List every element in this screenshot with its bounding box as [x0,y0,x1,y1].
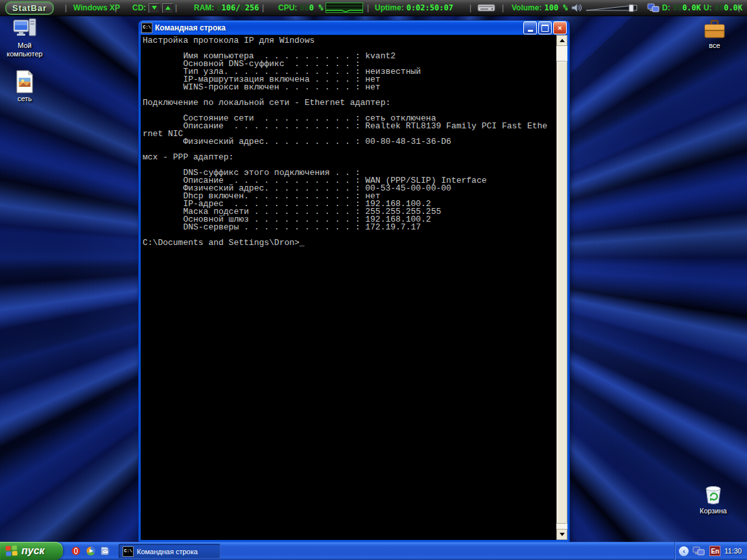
separator: | [367,0,369,16]
volume-slider[interactable] [585,3,642,12]
statbar-ram: RAM: 8106/8256 [194,0,259,16]
window-title: Командная строка [155,23,522,32]
cd-close-button[interactable] [162,3,173,13]
console-text[interactable]: Настройка протокола IP для Windows Имя к… [141,35,556,540]
briefcase-icon [703,19,726,40]
ram-value: 8106/8256 [217,3,259,12]
icon-label: Мой компьютер [3,41,47,58]
tray-network-icon[interactable] [693,546,706,557]
statbar-logo-text: StatBar [5,1,54,15]
uptime-value: 0:02:50:07 [407,3,453,12]
statbar-os: Windows XP [73,0,120,16]
start-label: пуск [21,545,45,557]
statbar-cd: CD: [132,0,173,16]
triangle-up-icon [165,6,171,10]
cd-open-button[interactable] [148,3,160,13]
separator: | [738,0,740,16]
arrow-up-icon [560,39,565,42]
windows-logo-icon [5,544,18,557]
close-button[interactable]: × [553,21,567,34]
recycle-bin-icon [702,484,725,506]
icon-label: все [693,41,737,50]
desktop: StatBar | Windows XP | CD: | RAM: 8106/8… [0,0,747,560]
restore-button[interactable] [538,21,552,34]
cpu-graph-icon [326,3,363,13]
statbar-volume: Volume: 100 % [512,0,642,16]
system-tray: ‹ En 11:30 [674,542,747,560]
download-value: 880.0K [673,3,701,12]
language-indicator[interactable]: En [709,546,720,556]
icon-label: Корзина [691,507,735,515]
cpu-label: CPU: [278,3,297,12]
restore-icon [541,25,549,32]
quicklaunch-opera-icon[interactable] [70,545,82,557]
scrollbar-thumb[interactable] [556,61,567,524]
cdrom-drive-icon [477,3,495,13]
desktop-icon-my-computer[interactable]: Мой компьютер [3,18,47,58]
upload-label: U: [704,3,712,12]
separator: | [502,0,504,16]
cd-label: CD: [132,3,146,12]
statbar-cpu: CPU: 880 % [278,0,363,16]
separator: | [262,0,264,16]
statbar-os-label: Windows XP [73,3,120,12]
volume-value: 100 % [544,3,567,12]
statbar-network [647,0,660,16]
start-button[interactable]: пуск [0,542,63,560]
taskbar-task-command-prompt[interactable]: C:\ Командная строка [119,544,220,559]
quicklaunch-outlook-express-icon[interactable] [100,545,112,557]
minimize-icon [528,30,533,32]
ram-label: RAM: [194,3,214,12]
console-area[interactable]: Настройка протокола IP для Windows Имя к… [141,35,567,540]
tray-clock[interactable]: 11:30 [724,547,742,555]
minimize-button[interactable] [523,21,537,34]
quicklaunch-media-player-icon[interactable] [85,545,97,557]
separator: | [175,0,177,16]
separator: | [65,0,67,16]
separator: | [469,0,471,16]
command-prompt-window: C:\ Командная строка × Настройка протоко… [139,21,569,542]
network-icon [647,3,660,14]
window-titlebar[interactable]: C:\ Командная строка × [139,21,569,35]
arrow-down-icon [560,533,565,536]
statbar-logo: StatBar [5,0,54,16]
icon-label: сеть [3,95,47,103]
cpu-value: 880 % [300,3,323,12]
volume-label: Volume: [512,3,541,12]
taskbar: пуск C:\ [0,542,747,560]
statbar: StatBar | Windows XP | CD: | RAM: 8106/8… [0,0,747,16]
speaker-icon [571,3,582,13]
statbar-traffic: D: 880.0K U: 880.0K [662,0,742,16]
statbar-uptime: Uptime: 0:02:50:07 [375,0,453,16]
desktop-icon-briefcase[interactable]: все [693,19,737,50]
vertical-scrollbar[interactable] [556,35,567,540]
cmd-icon: C:\ [123,546,134,557]
triangle-down-icon [152,6,157,10]
tray-chevron-button[interactable]: ‹ [679,546,689,556]
scroll-down-button[interactable] [556,529,567,540]
cmd-icon: C:\ [141,23,152,33]
close-icon: × [558,24,562,32]
separator: | [115,0,117,16]
statbar-drive [477,0,495,16]
uptime-label: Uptime: [375,3,404,12]
desktop-icon-net-file[interactable]: сеть [3,70,47,103]
desktop-icon-recycle-bin[interactable]: Корзина [691,484,735,515]
download-label: D: [662,3,670,12]
scroll-up-button[interactable] [556,35,567,46]
image-file-icon [15,70,34,93]
my-computer-icon [13,18,36,40]
task-button-label: Командная строка [137,548,198,555]
